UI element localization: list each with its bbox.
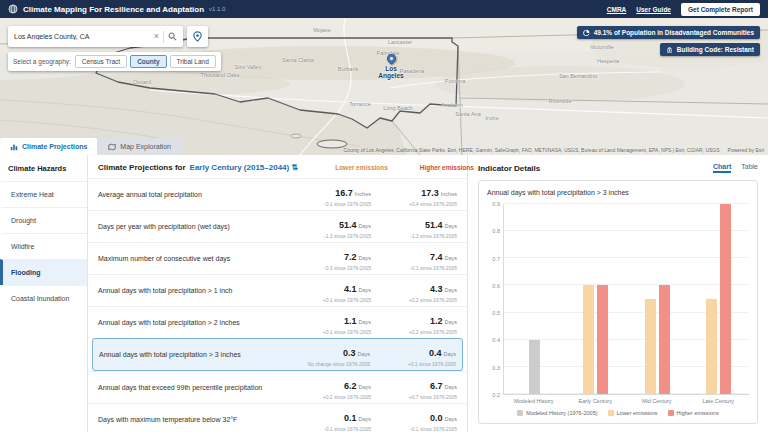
badge-label: 49.1% of Population in Disadvantaged Com… [594, 29, 754, 36]
projection-lower-cell: 1.1Days+0.1 since 1976-2005 [285, 310, 371, 335]
unit: Days [358, 255, 371, 261]
value: 0.1 [344, 413, 357, 423]
value: 7.4 [430, 252, 443, 262]
delta: No change since 1976-2005 [284, 361, 370, 367]
details-tab-table[interactable]: Table [741, 163, 758, 173]
details-header: Indicator Details ChartTable [468, 155, 768, 178]
chart-bar-group-modeled-history [504, 204, 565, 394]
legend-swatch [668, 410, 674, 416]
value: 16.7 [335, 188, 353, 198]
climate-hazards-sidebar: Climate Hazards Extreme HeatDroughtWildf… [0, 155, 88, 432]
projection-higher-cell: 17.3Inches+0.4 since 1976-2005 [371, 182, 457, 207]
delta: -0.1 since 1976-2005 [371, 426, 457, 432]
unit: Days [444, 384, 457, 390]
delta: -0.1 since 1976-2005 [285, 201, 371, 207]
unit: Days [444, 416, 457, 422]
chart-bar [583, 285, 594, 394]
sidebar-item-wildfire[interactable]: Wildfire [0, 233, 87, 259]
chart-card: Annual days with total precipitation > 3… [478, 180, 758, 424]
badge-label: Building Code: Resistant [677, 46, 754, 53]
unit: Days [444, 287, 457, 293]
chart-bar-group-late-century [688, 204, 749, 394]
column-headers: Lower emissions Higher emissions [302, 164, 474, 171]
projection-row-maximum-number-of-consecutive-wet-days[interactable]: Maximum number of consecutive wet days7.… [88, 242, 467, 274]
map-canvas[interactable]: MojaveLancasterPalmdaleSanta ClaritaSimi… [0, 18, 768, 155]
legend-label: Higher emissions [677, 410, 719, 416]
delta: +0.1 since 1976-2005 [285, 297, 371, 303]
indicator-details-panel: Indicator Details ChartTable Annual days… [468, 155, 768, 432]
tab-map-exploration[interactable]: Map Exploration [98, 138, 181, 155]
sidebar-title: Climate Hazards [0, 155, 87, 181]
sidebar-item-coastal-inundation[interactable]: Coastal Inundation [0, 285, 87, 311]
tab-climate-projections[interactable]: Climate Projections [0, 138, 97, 155]
details-tab-chart[interactable]: Chart [713, 163, 731, 173]
period-dropdown[interactable]: Early Century (2015–2044) ⇅ [190, 163, 298, 172]
delta: +0.2 since 1976-2005 [285, 394, 371, 400]
geography-option-tribal-land[interactable]: Tribal Land [170, 55, 216, 68]
projection-row-average-annual-total-precipitation[interactable]: Average annual total precipitation16.7In… [88, 178, 467, 210]
projection-row-annual-days-with-total-precipitation-1-inch[interactable]: Annual days with total precipitation > 1… [88, 274, 467, 306]
legend-label: Lower emissions [617, 410, 658, 416]
projection-row-annual-days-with-total-precipitation-2-inches[interactable]: Annual days with total precipitation > 2… [88, 306, 467, 338]
projection-lower-cell: 51.4Days-1.3 since 1976-2005 [285, 214, 371, 239]
x-axis-label: Modeled History [503, 395, 565, 404]
geography-option-county[interactable]: County [130, 55, 166, 68]
chart-bar [597, 285, 608, 394]
chart-bar [529, 340, 540, 394]
projection-higher-cell: 6.7Days+0.7 since 1976-2005 [371, 375, 457, 400]
projection-row-annual-days-with-total-precipitation-3-inches[interactable]: Annual days with total precipitation > 3… [92, 338, 463, 371]
chart-bar [720, 204, 731, 394]
sidebar-item-extreme-heat[interactable]: Extreme Heat [0, 181, 87, 207]
geography-label: Select a geography: [13, 58, 71, 65]
unit: Days [358, 319, 371, 325]
pie-chart-icon [583, 29, 590, 36]
building-code-badge[interactable]: Building Code: Resistant [660, 43, 760, 56]
projection-row-label: Days per year with precipitation (wet da… [98, 223, 285, 230]
projection-row-days-per-year-with-precipitation-wet-days[interactable]: Days per year with precipitation (wet da… [88, 210, 467, 242]
chart-bar [706, 299, 717, 394]
disadvantaged-communities-badge[interactable]: 49.1% of Population in Disadvantaged Com… [577, 26, 760, 39]
nav-link-cmra[interactable]: CMRA [607, 6, 627, 13]
delta: -0.3 since 1976-2005 [285, 265, 371, 271]
projection-row-label: Days with maximum temperature below 32°F [98, 416, 285, 423]
value: 1.1 [344, 316, 357, 326]
chart-bar [659, 285, 670, 394]
details-title: Indicator Details [478, 164, 540, 173]
chart-plot [503, 204, 749, 395]
delta: -1.3 since 1976-2005 [285, 233, 371, 239]
delta: +0.4 since 1976-2005 [371, 201, 457, 207]
y-axis-tick: 0.6 [492, 283, 500, 289]
period-value: Early Century (2015–2044) [190, 163, 290, 172]
x-axis-label: Early Century [565, 395, 627, 404]
unit: Inches [355, 191, 371, 197]
projection-row-annual-days-that-exceed-99th-percentile-precipitation[interactable]: Annual days that exceed 99th percentile … [88, 371, 467, 403]
clear-search-icon[interactable]: × [154, 32, 159, 41]
projection-row-label: Annual days with total precipitation > 2… [98, 319, 285, 326]
unit: Days [358, 416, 371, 422]
sidebar-item-drought[interactable]: Drought [0, 207, 87, 233]
locate-button[interactable] [187, 26, 208, 47]
get-complete-report-button[interactable]: Get Complete Report [681, 3, 760, 16]
search-input[interactable]: Los Angeles County, CA × [8, 26, 183, 47]
geography-option-census-tract[interactable]: Census Tract [75, 55, 127, 68]
nav-link-user-guide[interactable]: User Guide [636, 6, 671, 13]
projection-higher-cell: 4.3Days+0.2 since 1976-2005 [371, 278, 457, 303]
x-axis-label: Mid Century [626, 395, 688, 404]
projection-row-label: Annual days that exceed 99th percentile … [98, 384, 285, 391]
projection-row-days-with-maximum-temperature-below-32-f[interactable]: Days with maximum temperature below 32°F… [88, 403, 467, 432]
value: 1.2 [430, 316, 443, 326]
geography-selector: Select a geography: Census TractCountyTr… [8, 52, 221, 71]
projection-higher-cell: 0.0Days-0.1 since 1976-2005 [371, 407, 457, 432]
unit: Inches [441, 191, 457, 197]
projection-lower-cell: 7.2Days-0.3 since 1976-2005 [285, 246, 371, 271]
search-icon[interactable] [168, 32, 177, 41]
chart-title: Annual days with total precipitation > 3… [487, 189, 749, 196]
sidebar-item-flooding[interactable]: Flooding [0, 259, 87, 285]
bar-chart: 0.20.30.40.50.60.70.80.9 [487, 204, 749, 395]
y-axis-tick: 0.7 [492, 256, 500, 262]
app-version: v1.1.0 [209, 6, 225, 12]
delta: -1.3 since 1976-2005 [371, 233, 457, 239]
value: 51.4 [339, 220, 357, 230]
legend-item-modeled-history-1976-2005: Modeled History (1976-2005) [517, 410, 597, 416]
search-value: Los Angeles County, CA [14, 33, 150, 40]
